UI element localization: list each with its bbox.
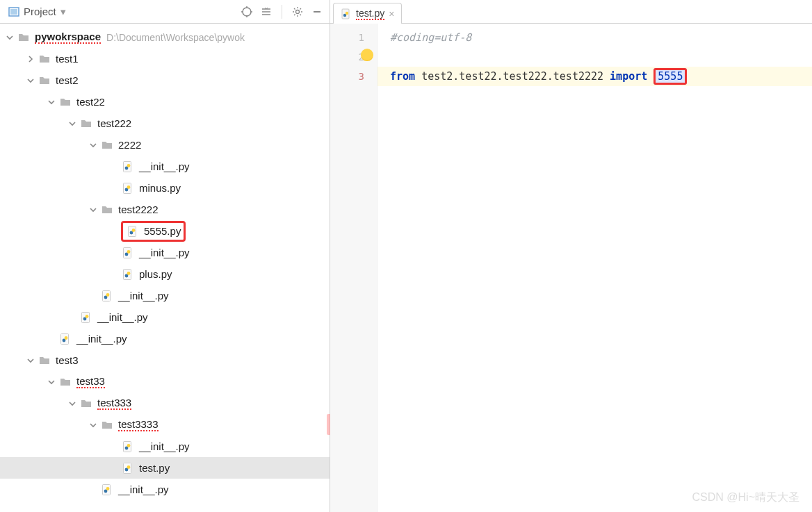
- python-file-icon: [121, 246, 135, 260]
- tree-label: test22: [76, 96, 105, 108]
- sidebar-title-label: Project: [24, 6, 56, 17]
- tree-folder[interactable]: test22: [0, 91, 330, 113]
- chevron-down-icon[interactable]: [67, 118, 78, 129]
- chevron-placeholder: [108, 441, 120, 452]
- tree-file[interactable]: __init__.py: [0, 306, 330, 328]
- tree-folder[interactable]: pywokrspaceD:\Document\Workspace\pywok: [0, 26, 330, 48]
- tree-file[interactable]: __init__.py: [0, 479, 330, 500]
- folder-icon: [17, 31, 31, 44]
- collapse-all-button[interactable]: [258, 3, 275, 20]
- tree-label: minus.py: [139, 182, 181, 194]
- line-number: 1: [330, 28, 377, 47]
- chevron-down-icon[interactable]: [88, 140, 99, 151]
- tree-folder[interactable]: test33: [0, 371, 330, 393]
- chevron-down-icon[interactable]: [46, 97, 57, 108]
- tree-label: test.py: [139, 462, 170, 474]
- tree-file[interactable]: test.py: [0, 457, 330, 479]
- chevron-placeholder: [108, 269, 120, 280]
- tree-file[interactable]: 5555.py: [0, 220, 330, 242]
- python-file-icon: [100, 483, 114, 497]
- tree-file[interactable]: __init__.py: [0, 436, 330, 457]
- tree-file[interactable]: __init__.py: [0, 285, 330, 306]
- tree-folder[interactable]: test3: [0, 349, 330, 371]
- chevron-down-icon: ▾: [60, 6, 66, 18]
- tree-label: test333: [97, 397, 131, 410]
- project-sidebar: Project ▾ pywokrspaceD:\Document\Workspa…: [0, 0, 330, 512]
- tree-label: __init__.py: [118, 484, 169, 495]
- svg-rect-1: [10, 9, 17, 15]
- folder-icon: [38, 52, 51, 66]
- code-line[interactable]: #coding=utf-8: [377, 28, 812, 47]
- folder-icon: [38, 74, 51, 88]
- tree-file[interactable]: __init__.py: [0, 156, 330, 177]
- code-area[interactable]: 123 #coding=utf-8from test2.test22.test2…: [330, 24, 812, 512]
- tree-file[interactable]: __init__.py: [0, 328, 330, 349]
- chevron-down-icon[interactable]: [67, 398, 78, 409]
- tree-file[interactable]: minus.py: [0, 177, 330, 199]
- svg-point-2: [243, 8, 251, 16]
- chevron-placeholder: [46, 333, 57, 345]
- tab-test-py[interactable]: test.py ×: [333, 3, 402, 24]
- hide-button[interactable]: [309, 3, 325, 20]
- chevron-down-icon[interactable]: [46, 377, 57, 388]
- svg-point-26: [127, 272, 131, 275]
- svg-point-44: [106, 487, 110, 490]
- code-line[interactable]: [377, 47, 812, 67]
- tree-path-hint: D:\Document\Workspace\pywok: [106, 32, 245, 43]
- sidebar-header: Project ▾: [0, 0, 330, 24]
- tree-label: 5555.py: [144, 225, 181, 237]
- settings-button[interactable]: [289, 3, 306, 20]
- chevron-down-icon[interactable]: [88, 204, 99, 215]
- tree-label: test1: [56, 53, 79, 65]
- code-line[interactable]: from test2.test22.test222.test2222 impor…: [377, 67, 812, 86]
- tree-label: __init__.py: [118, 290, 169, 302]
- intention-bulb-icon[interactable]: [361, 49, 373, 61]
- project-icon: [8, 6, 19, 17]
- tab-label: test.py: [356, 8, 384, 20]
- svg-point-17: [127, 185, 131, 189]
- tree-label: test3: [56, 354, 79, 366]
- tree-folder[interactable]: test222: [0, 113, 330, 134]
- tree-label: test33: [76, 375, 105, 388]
- svg-point-14: [127, 164, 131, 167]
- tree-label: plus.py: [139, 268, 172, 280]
- svg-point-20: [132, 229, 136, 232]
- chevron-placeholder: [108, 463, 120, 474]
- chevron-placeholder: [88, 484, 99, 495]
- editor-pane: test.py × 123 #coding=utf-8from test2.te…: [330, 0, 812, 512]
- chevron-down-icon[interactable]: [25, 75, 36, 86]
- python-file-icon: [79, 311, 93, 324]
- chevron-right-icon[interactable]: [25, 53, 36, 65]
- close-icon[interactable]: ×: [389, 8, 394, 19]
- project-tree[interactable]: pywokrspaceD:\Document\Workspace\pywokte…: [0, 24, 330, 512]
- python-file-icon: [121, 160, 135, 174]
- chevron-down-icon[interactable]: [88, 420, 99, 431]
- chevron-down-icon[interactable]: [4, 32, 15, 43]
- tree-label: __init__.py: [97, 311, 148, 323]
- chevron-down-icon[interactable]: [25, 355, 36, 366]
- tree-folder[interactable]: test2222: [0, 199, 330, 220]
- locate-button[interactable]: [238, 3, 255, 20]
- folder-icon: [58, 375, 72, 389]
- tree-folder[interactable]: test2: [0, 69, 330, 91]
- svg-point-32: [86, 315, 89, 318]
- svg-point-47: [346, 11, 348, 14]
- tree-folder[interactable]: test333: [0, 393, 330, 414]
- gutter: 123: [330, 24, 377, 512]
- tree-folder[interactable]: test1: [0, 48, 330, 69]
- tree-file[interactable]: __init__.py: [0, 242, 330, 263]
- sidebar-title[interactable]: Project ▾: [4, 4, 70, 19]
- tree-label: test3333: [118, 418, 159, 431]
- python-file-icon: [121, 461, 135, 475]
- editor-tabs: test.py ×: [330, 0, 812, 24]
- tree-folder[interactable]: test3333: [0, 414, 330, 436]
- chevron-placeholder: [67, 312, 78, 323]
- chevron-placeholder: [108, 183, 120, 194]
- tree-label: test2: [56, 74, 79, 86]
- code-content[interactable]: #coding=utf-8from test2.test22.test222.t…: [377, 24, 812, 512]
- tree-folder[interactable]: 2222: [0, 134, 330, 156]
- tree-file[interactable]: plus.py: [0, 263, 330, 285]
- tree-label: pywokrspace: [35, 31, 101, 44]
- svg-point-10: [296, 10, 300, 13]
- python-file-icon: [100, 289, 114, 303]
